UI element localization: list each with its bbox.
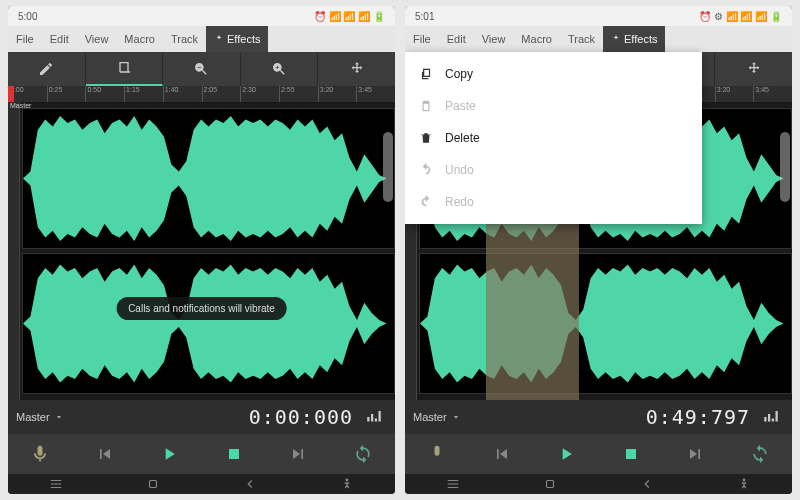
home-icon[interactable] (146, 477, 160, 491)
play-icon (556, 444, 576, 464)
waveform-channel-right[interactable] (22, 253, 395, 394)
menu-view[interactable]: View (474, 26, 514, 52)
status-bar: 5:01 ⏰ ⚙ 📶 📶 📶 🔋 (405, 6, 792, 26)
histogram-icon (762, 408, 780, 426)
play-icon (159, 444, 179, 464)
play-button[interactable] (154, 439, 184, 469)
redo-icon (419, 195, 433, 209)
skip-prev-icon (95, 444, 115, 464)
context-menu: Copy Paste Delete Undo Redo (405, 52, 702, 224)
menu-macro[interactable]: Macro (513, 26, 560, 52)
menu-edit[interactable]: Edit (42, 26, 77, 52)
status-icons: ⏰ ⚙ 📶 📶 📶 🔋 (699, 11, 782, 22)
android-nav-bar (405, 474, 792, 494)
menu-bar: File Edit View Macro Track Effects Copy … (405, 26, 792, 52)
ctx-delete[interactable]: Delete (405, 122, 702, 154)
menu-effects[interactable]: Effects (206, 26, 268, 52)
ctx-paste[interactable]: Paste (405, 90, 702, 122)
menu-effects[interactable]: Effects (603, 26, 665, 52)
waveform-channel-left[interactable] (22, 108, 395, 249)
menu-icon[interactable] (446, 477, 460, 491)
waveform-svg (420, 254, 791, 393)
status-bar: 5:00 ⏰ 📶 📶 📶 🔋 (8, 6, 395, 26)
record-button[interactable] (422, 439, 452, 469)
mic-icon (30, 444, 50, 464)
record-button[interactable] (25, 439, 55, 469)
dropdown-icon (54, 412, 64, 422)
waveform-channel-right[interactable] (419, 253, 792, 394)
waveform-svg (23, 254, 394, 393)
trim-tool[interactable] (86, 52, 164, 86)
mix-selector[interactable]: Master (413, 411, 638, 423)
footer-bar: Master 0:00:000 (8, 400, 395, 434)
loop-button[interactable] (348, 439, 378, 469)
menu-track[interactable]: Track (163, 26, 206, 52)
move-tool[interactable] (715, 52, 792, 86)
stop-icon (621, 444, 641, 464)
svg-rect-0 (150, 481, 157, 488)
zoom-in-tool[interactable] (241, 52, 319, 86)
skip-next-button[interactable] (283, 439, 313, 469)
timecode-display: 0:00:000 (249, 405, 353, 429)
paste-icon (419, 99, 433, 113)
skip-next-icon (288, 444, 308, 464)
waveform-area[interactable]: Master Calls and notifications will vibr… (8, 102, 395, 400)
menu-file[interactable]: File (405, 26, 439, 52)
phone-left: 5:00 ⏰ 📶 📶 📶 🔋 File Edit View Macro Trac… (8, 6, 395, 494)
loop-icon (353, 444, 373, 464)
back-icon[interactable] (243, 477, 257, 491)
svg-rect-4 (547, 481, 554, 488)
ctx-undo[interactable]: Undo (405, 154, 702, 186)
menu-icon[interactable] (49, 477, 63, 491)
ctx-copy[interactable]: Copy (405, 58, 702, 90)
ctx-redo[interactable]: Redo (405, 186, 702, 218)
skip-prev-icon (492, 444, 512, 464)
skip-next-icon (685, 444, 705, 464)
stop-icon (224, 444, 244, 464)
menu-track[interactable]: Track (560, 26, 603, 52)
skip-next-button[interactable] (680, 439, 710, 469)
vertical-scrollbar[interactable] (780, 132, 790, 202)
track-label: Master (10, 102, 31, 109)
svg-point-5 (742, 479, 744, 481)
pencil-tool[interactable] (8, 52, 86, 86)
histogram-button[interactable] (758, 404, 784, 430)
zoom-in-icon (271, 61, 287, 77)
phone-right: 5:01 ⏰ ⚙ 📶 📶 📶 🔋 File Edit View Macro Tr… (405, 6, 792, 494)
histogram-button[interactable] (361, 404, 387, 430)
pencil-icon (38, 61, 54, 77)
accessibility-icon[interactable] (340, 477, 354, 491)
accessibility-icon[interactable] (737, 477, 751, 491)
back-icon[interactable] (640, 477, 654, 491)
waveform-svg (23, 109, 394, 248)
vertical-scrollbar[interactable] (383, 132, 393, 202)
loop-button[interactable] (745, 439, 775, 469)
menu-view[interactable]: View (77, 26, 117, 52)
menu-macro[interactable]: Macro (116, 26, 163, 52)
move-icon (349, 61, 365, 77)
menu-edit[interactable]: Edit (439, 26, 474, 52)
footer-bar: Master 0:49:797 (405, 400, 792, 434)
mix-selector[interactable]: Master (16, 411, 241, 423)
mic-icon (427, 444, 447, 464)
vibrate-toast: Calls and notifications will vibrate (116, 297, 287, 320)
stop-button[interactable] (616, 439, 646, 469)
home-icon[interactable] (543, 477, 557, 491)
playhead-marker[interactable] (8, 86, 14, 102)
move-tool[interactable] (318, 52, 395, 86)
tool-toolbar (8, 52, 395, 86)
loop-icon (750, 444, 770, 464)
undo-icon (419, 163, 433, 177)
stop-button[interactable] (219, 439, 249, 469)
sparkle-icon (214, 34, 224, 44)
skip-prev-button[interactable] (487, 439, 517, 469)
transport-bar (405, 434, 792, 474)
zoom-out-tool[interactable] (163, 52, 241, 86)
timeline-ruler[interactable]: 0:00 0:25 0:50 1:15 1:40 2:05 2:30 2:55 … (8, 86, 395, 102)
skip-prev-button[interactable] (90, 439, 120, 469)
menu-file[interactable]: File (8, 26, 42, 52)
delete-icon (419, 131, 433, 145)
status-icons: ⏰ 📶 📶 📶 🔋 (314, 11, 385, 22)
move-icon (746, 61, 762, 77)
play-button[interactable] (551, 439, 581, 469)
